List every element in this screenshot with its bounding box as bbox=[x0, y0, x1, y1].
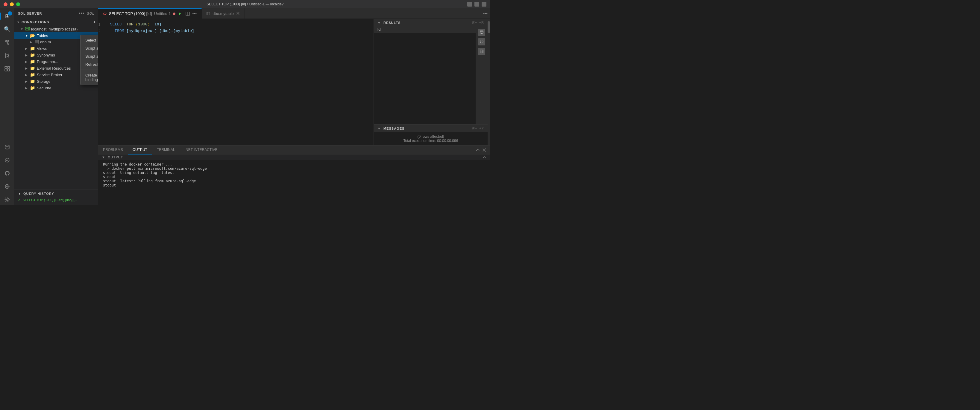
add-connection-icon[interactable]: + bbox=[93, 19, 96, 25]
results-header: ▼ RESULTS ⌘+↑+R bbox=[374, 19, 488, 26]
security-arrow: ▶ bbox=[25, 86, 30, 90]
results-export-icon[interactable] bbox=[478, 28, 485, 36]
settings-svg bbox=[5, 197, 10, 202]
results-grid-icon[interactable] bbox=[478, 48, 485, 55]
messages-title-group: ▼ MESSAGES bbox=[377, 127, 404, 130]
json-svg bbox=[480, 40, 484, 44]
service-broker-label: Service Broker bbox=[37, 73, 62, 77]
activity-run-icon[interactable] bbox=[2, 50, 13, 61]
context-menu-select-top-1000[interactable]: Select Top 1000 bbox=[81, 36, 98, 44]
context-menu-azure-function[interactable]: Create Azure Function with SQL binding bbox=[81, 71, 98, 84]
svg-marker-25 bbox=[179, 12, 181, 15]
bottom-tab-dotnet[interactable]: .NET INTERACTIVE bbox=[180, 146, 223, 155]
minimize-button[interactable] bbox=[10, 2, 14, 6]
activity-search-icon[interactable]: 🔍 bbox=[2, 24, 13, 35]
main-content: SELECT TOP (1000) [Id] Untitled-1 ••• bbox=[98, 8, 490, 205]
code-lines[interactable]: SELECT TOP (1000) [Id] FROM [mydbproject… bbox=[105, 21, 374, 143]
output-line-6: stdout: bbox=[103, 183, 485, 187]
editor-scrollbar[interactable] bbox=[488, 19, 490, 145]
tabs-overflow-icon[interactable]: ••• bbox=[483, 11, 488, 16]
tab-split-icon[interactable] bbox=[186, 12, 190, 16]
export-svg bbox=[480, 30, 484, 34]
views-folder-icon: 📁 bbox=[30, 46, 35, 51]
github-svg bbox=[5, 171, 10, 176]
more-options-icon[interactable]: ••• bbox=[79, 11, 85, 16]
bottom-tab-terminal[interactable]: TERMINAL bbox=[152, 146, 180, 155]
layout-icon[interactable] bbox=[467, 2, 472, 6]
context-menu-refresh[interactable]: Refresh bbox=[81, 60, 98, 68]
line-numbers: 1 2 bbox=[98, 21, 105, 143]
activity-source-control-icon[interactable] bbox=[2, 37, 13, 48]
security-label: Security bbox=[37, 86, 51, 90]
svg-point-15 bbox=[6, 199, 8, 201]
query-status-icon: ✓ bbox=[18, 198, 21, 202]
panel-chevron-up-icon[interactable] bbox=[476, 148, 480, 152]
activity-github-icon[interactable] bbox=[2, 168, 13, 179]
results-title-group: ▼ RESULTS bbox=[377, 21, 401, 24]
query-history-header[interactable]: ▼ QUERY HISTORY bbox=[18, 192, 95, 195]
tab-untitled1[interactable]: SELECT TOP (1000) [Id] Untitled-1 ••• bbox=[98, 8, 202, 19]
output-line-3: stdout: Using default tag: latest bbox=[103, 171, 485, 175]
editor-code-area[interactable]: 1 2 SELECT TOP (1000) [Id] FROM [mydbpro… bbox=[98, 19, 374, 145]
activity-badge: 1 bbox=[8, 11, 12, 16]
check-svg bbox=[5, 157, 10, 163]
activity-check-icon[interactable] bbox=[2, 155, 13, 166]
svg-rect-20 bbox=[35, 40, 38, 44]
bottom-tab-problems[interactable]: PROBLEMS bbox=[98, 146, 128, 155]
output-title: OUTPUT bbox=[108, 155, 123, 159]
bottom-tab-output[interactable]: OUTPUT bbox=[128, 146, 152, 155]
synonyms-folder-icon: 📁 bbox=[30, 52, 35, 57]
tab-modified-dot bbox=[173, 13, 175, 15]
output-header-actions[interactable] bbox=[482, 155, 487, 159]
connection-label: localhost, mydbproject (sa) bbox=[31, 27, 78, 32]
extensions2-svg bbox=[5, 66, 10, 71]
sidebar-header-actions[interactable]: ••• sql bbox=[79, 11, 95, 16]
sidebar-search-sql: sql bbox=[87, 12, 95, 15]
window-controls[interactable] bbox=[3, 2, 20, 6]
svg-rect-28 bbox=[207, 12, 210, 15]
host-arrow: ▼ bbox=[21, 27, 25, 31]
tab-dbo-mytable[interactable]: dbo.mytable bbox=[202, 8, 245, 19]
split-icon[interactable] bbox=[474, 2, 479, 6]
sql-server-label: SQL SERVER bbox=[18, 12, 42, 15]
grid-svg bbox=[480, 50, 484, 53]
security-folder[interactable]: ▶ 📁 Security bbox=[14, 85, 98, 91]
activity-database-icon[interactable] bbox=[2, 142, 13, 152]
editor-pane: 1 2 SELECT TOP (1000) [Id] FROM [mydbpro… bbox=[98, 19, 374, 145]
panel-icon[interactable] bbox=[482, 2, 487, 6]
editor-results-area: 1 2 SELECT TOP (1000) [Id] FROM [mydbpro… bbox=[98, 19, 490, 205]
table-arrow: ▶ bbox=[30, 40, 35, 44]
context-menu-script-as-create[interactable]: Script as Create bbox=[81, 44, 98, 52]
svg-rect-37 bbox=[480, 50, 483, 53]
close-tab-icon[interactable] bbox=[236, 12, 240, 15]
maximize-button[interactable] bbox=[16, 2, 20, 6]
output-line-2: > docker pull mcr.microsoft.com/azure-sq… bbox=[103, 166, 485, 171]
svg-rect-7 bbox=[5, 66, 7, 68]
tab-more-icon[interactable]: ••• bbox=[192, 11, 197, 16]
context-menu-script-as-drop[interactable]: Script as Drop bbox=[81, 52, 98, 60]
tab-run-icon[interactable] bbox=[178, 12, 182, 16]
context-menu: Select Top 1000 Script as Create Script … bbox=[80, 35, 98, 85]
connections-section[interactable]: ▼ CONNECTIONS + bbox=[14, 19, 98, 26]
panel-close-icon[interactable] bbox=[482, 148, 487, 152]
activity-settings-icon[interactable] bbox=[2, 194, 13, 205]
query-history-item[interactable]: ✓ SELECT TOP (1000) [I...ect].[dbo].[... bbox=[18, 197, 95, 203]
activity-extensions2-icon[interactable] bbox=[2, 63, 13, 74]
views-label: Views bbox=[37, 46, 47, 51]
output-scroll-icon[interactable] bbox=[482, 155, 487, 159]
bottom-panel: PROBLEMS OUTPUT TERMINAL .NET INTERACTIV… bbox=[98, 145, 490, 205]
tabs-more-options[interactable]: ••• bbox=[483, 11, 490, 16]
run-svg bbox=[5, 53, 10, 58]
bottom-panel-controls[interactable] bbox=[476, 148, 490, 152]
scrollbar-thumb[interactable] bbox=[488, 21, 490, 33]
close-button[interactable] bbox=[3, 2, 8, 6]
globe-svg bbox=[5, 184, 10, 189]
sql-tab-icon bbox=[103, 12, 107, 16]
output-line-1: Running the docker container ... bbox=[103, 162, 485, 166]
table-tab-icon bbox=[207, 12, 210, 15]
activity-extensions-icon[interactable]: ⊞ 1 bbox=[2, 11, 13, 22]
results-json-icon[interactable] bbox=[478, 38, 485, 46]
activity-globe-icon[interactable] bbox=[2, 181, 13, 192]
results-shortcut: ⌘+↑+R bbox=[471, 21, 484, 24]
connection-host[interactable]: ▼ localhost, mydbproject (sa) bbox=[14, 26, 98, 32]
